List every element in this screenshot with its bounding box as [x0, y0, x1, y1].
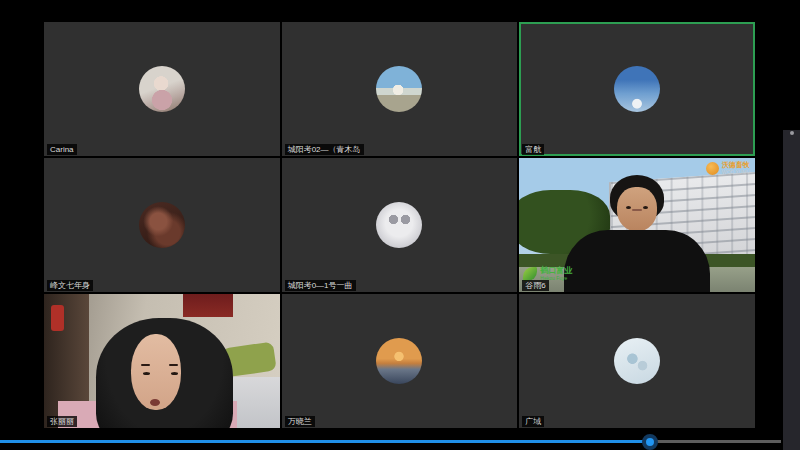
watermark-cn-text: 沃德畜牧 [722, 161, 750, 169]
man-black-sweater [564, 230, 710, 292]
participant-tile-2[interactable]: 城阳考02—（青木岛 [282, 22, 518, 156]
watermark-cn-text: 鹤口富业 [540, 266, 572, 275]
participant-grid: Carina 城阳考02—（青木岛 富航 峰文七年身 城阳考0—1号一曲 [44, 22, 755, 428]
avatar [139, 66, 185, 112]
avatar [376, 202, 422, 248]
participant-name-badge: 城阳考02—（青木岛 [285, 144, 364, 155]
participant-tile-8[interactable]: 万晓兰 [282, 294, 518, 428]
orange-company-watermark: 沃德畜牧 WOD XUMU [706, 161, 750, 175]
avatar [614, 66, 660, 112]
participant-name-badge: 谷雨6 [522, 280, 548, 291]
participant-name-badge: 万晓兰 [285, 416, 315, 427]
participant-tile-4[interactable]: 峰文七年身 [44, 158, 280, 292]
green-leaf-logo-icon [523, 267, 537, 281]
player-progress-remaining-track[interactable] [650, 440, 781, 443]
avatar [376, 66, 422, 112]
participant-tile-5[interactable]: 城阳考0—1号一曲 [282, 158, 518, 292]
woman-eye [171, 372, 178, 375]
man-face [617, 187, 657, 231]
orange-logo-icon [706, 162, 719, 175]
scrollbar-dot [790, 131, 794, 135]
participant-name-badge: 城阳考0—1号一曲 [285, 280, 356, 291]
watermark-en-text: WOD XUMU [722, 169, 750, 175]
participant-name-badge: Carina [47, 144, 77, 155]
participant-tile-3-active-speaker[interactable]: 富航 [519, 22, 755, 156]
woman-mouth [150, 399, 160, 406]
right-side-scrollbar-panel[interactable] [783, 130, 800, 450]
woman-eye [143, 372, 150, 375]
participant-tile-7-video-woman[interactable]: 张丽丽 [44, 294, 280, 428]
red-wall-decoration [51, 305, 64, 331]
man-eye [626, 206, 631, 209]
participant-tile-6-video-man[interactable]: 沃德畜牧 WOD XUMU 鹤口富业 Hekou Fuye 谷雨6 [519, 158, 755, 292]
man-eye [643, 206, 648, 209]
woman-eyebrow [169, 364, 178, 366]
participant-tile-carina[interactable]: Carina [44, 22, 280, 156]
woman-eyebrow [141, 364, 150, 366]
participant-tile-9[interactable]: 广域 [519, 294, 755, 428]
player-progress-filled-track[interactable] [0, 440, 650, 443]
player-progress-knob[interactable] [642, 434, 658, 450]
participant-name-badge: 张丽丽 [47, 416, 77, 427]
participant-name-badge: 峰文七年身 [47, 280, 93, 291]
avatar [139, 202, 185, 248]
video-call-recording-screen: Carina 城阳考02—（青木岛 富航 峰文七年身 城阳考0—1号一曲 [0, 0, 800, 450]
avatar [614, 338, 660, 384]
red-wall-hanging [183, 294, 232, 317]
participant-name-badge: 广域 [522, 416, 544, 427]
participant-name-badge: 富航 [522, 144, 544, 155]
avatar [376, 338, 422, 384]
green-company-watermark: 鹤口富业 Hekou Fuye [523, 266, 572, 281]
man-mouth [632, 209, 642, 211]
